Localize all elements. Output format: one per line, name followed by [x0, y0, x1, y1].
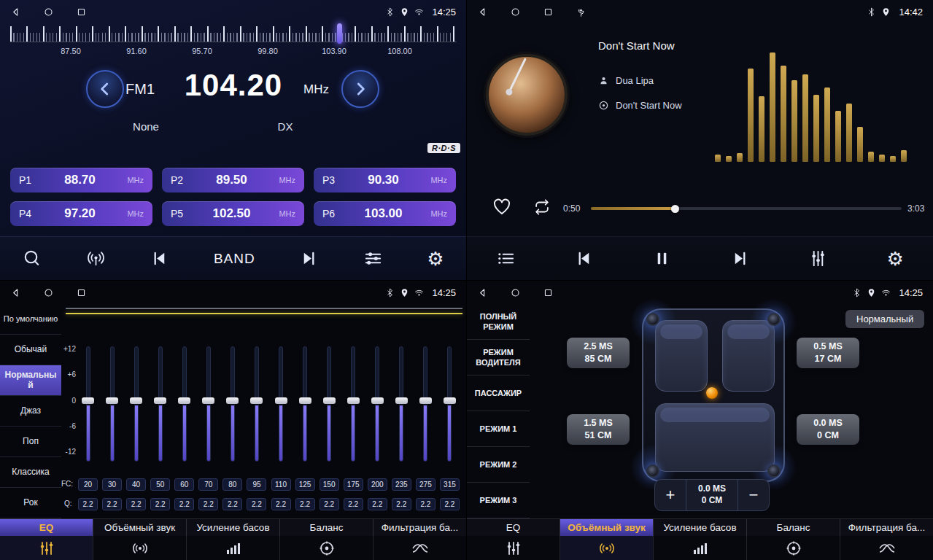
tab-balance[interactable]: Баланс — [747, 519, 840, 536]
eq-slider-track[interactable] — [327, 346, 331, 462]
previous-station-icon[interactable] — [150, 249, 169, 268]
eq-band-slider[interactable] — [126, 346, 146, 462]
eq-slider-handle[interactable] — [178, 397, 190, 404]
eq-slider-track[interactable] — [447, 346, 452, 462]
eq-preset-pop[interactable]: Поп — [0, 427, 61, 457]
repeat-icon[interactable] — [533, 198, 551, 219]
tune-up-button[interactable] — [341, 70, 379, 108]
preset-p2[interactable]: P2 89.50 MHz — [162, 168, 304, 192]
frequency-indicator[interactable] — [337, 23, 342, 44]
eq-slider-track[interactable] — [375, 346, 379, 462]
search-icon[interactable] — [22, 249, 42, 268]
favorite-heart-icon[interactable] — [492, 197, 512, 220]
tune-down-button[interactable] — [86, 70, 124, 108]
nav-back-button[interactable] — [477, 287, 488, 298]
mode-passenger[interactable]: ПАССАЖИР — [467, 376, 530, 411]
eq-band-slider[interactable] — [416, 346, 435, 462]
tab-surround[interactable]: Объёмный звук — [560, 519, 654, 536]
tab-surround[interactable]: Объёмный звук — [93, 519, 187, 536]
tab-balance[interactable]: Баланс — [280, 519, 373, 536]
eq-slider-handle[interactable] — [130, 397, 142, 404]
mode-full[interactable]: ПОЛНЫЙ РЕЖИМ — [467, 304, 530, 340]
eq-slider-track[interactable] — [351, 346, 355, 462]
eq-band-slider[interactable] — [320, 346, 339, 462]
eq-slider-track[interactable] — [206, 346, 211, 462]
previous-track-icon[interactable] — [574, 249, 594, 268]
eq-slider-handle[interactable] — [419, 397, 432, 404]
eq-slider-handle[interactable] — [154, 397, 166, 404]
eq-slider-handle[interactable] — [106, 397, 118, 404]
eq-preset-default[interactable]: По умолчанию — [0, 304, 61, 335]
nav-recents-button[interactable] — [543, 287, 554, 298]
eq-slider-handle[interactable] — [347, 397, 360, 404]
mode-3[interactable]: РЕЖИМ 3 — [467, 483, 530, 518]
frequency-ruler[interactable] — [10, 26, 457, 42]
eq-preset-jazz[interactable]: Джаз — [0, 396, 61, 427]
mode-1[interactable]: РЕЖИМ 1 — [467, 411, 530, 447]
eq-band-slider[interactable] — [440, 346, 460, 462]
eq-band-slider[interactable] — [295, 346, 315, 462]
progress-knob[interactable] — [671, 205, 679, 213]
eq-slider-track[interactable] — [303, 346, 307, 462]
nav-recents-button[interactable] — [76, 287, 87, 298]
decrease-delay-button[interactable]: − — [738, 480, 769, 510]
nav-home-button[interactable] — [43, 287, 54, 298]
filter-icon[interactable] — [840, 536, 933, 560]
tab-bass-boost[interactable]: Усиление басов — [187, 519, 280, 536]
eq-band-slider[interactable] — [174, 346, 194, 462]
eq-slider-track[interactable] — [134, 346, 139, 462]
nav-back-button[interactable] — [10, 287, 21, 298]
mode-driver[interactable]: РЕЖИМ ВОДИТЕЛЯ — [467, 340, 530, 376]
eq-band-slider[interactable] — [102, 346, 122, 462]
surround-sound-icon[interactable] — [560, 536, 654, 560]
preset-p5[interactable]: P5 102.50 MHz — [162, 201, 304, 226]
balance-icon[interactable] — [280, 536, 373, 560]
eq-preset-custom[interactable]: Обычай — [0, 335, 61, 365]
front-right-delay[interactable]: 0.5 MS 17 CM — [797, 338, 859, 368]
eq-band-slider[interactable] — [78, 346, 98, 462]
eq-slider-track[interactable] — [255, 346, 259, 462]
eq-band-slider[interactable] — [368, 346, 387, 462]
eq-preset-classic[interactable]: Классика — [0, 457, 61, 488]
broadcast-icon[interactable] — [86, 249, 106, 268]
nav-back-button[interactable] — [10, 7, 21, 18]
eq-band-slider[interactable] — [247, 346, 266, 462]
eq-band-slider[interactable] — [392, 346, 411, 462]
surround-sound-icon[interactable] — [93, 536, 187, 560]
eq-slider-track[interactable] — [110, 346, 115, 462]
profile-chip[interactable]: Нормальный — [845, 310, 924, 328]
eq-preset-normal[interactable]: Нормальный — [0, 365, 61, 396]
eq-sliders-icon[interactable] — [467, 536, 560, 560]
eq-slider-handle[interactable] — [299, 397, 311, 404]
eq-slider-handle[interactable] — [226, 397, 239, 404]
tab-eq[interactable]: EQ — [0, 519, 93, 536]
bass-boost-icon[interactable] — [654, 536, 747, 560]
tab-eq[interactable]: EQ — [467, 519, 560, 536]
equalizer-settings-icon[interactable] — [363, 249, 383, 268]
next-station-icon[interactable] — [299, 249, 319, 268]
eq-slider-handle[interactable] — [202, 397, 214, 404]
eq-slider-track[interactable] — [423, 346, 427, 462]
mixer-icon[interactable] — [808, 249, 828, 268]
nav-recents-button[interactable] — [543, 7, 554, 18]
next-track-icon[interactable] — [730, 249, 750, 268]
eq-band-slider[interactable] — [271, 346, 291, 462]
tab-bass-boost[interactable]: Усиление басов — [654, 519, 747, 536]
pause-icon[interactable] — [652, 249, 672, 268]
tab-filter[interactable]: Фильтрация ба... — [840, 519, 933, 536]
preset-p6[interactable]: P6 103.00 MHz — [314, 201, 456, 226]
nav-home-button[interactable] — [43, 7, 54, 18]
nav-home-button[interactable] — [510, 287, 521, 298]
eq-slider-track[interactable] — [86, 346, 90, 462]
nav-back-button[interactable] — [477, 7, 488, 18]
rear-right-delay[interactable]: 0.0 MS 0 CM — [797, 414, 859, 445]
eq-slider-handle[interactable] — [323, 397, 336, 404]
front-left-delay[interactable]: 2.5 MS 85 CM — [567, 338, 630, 368]
eq-slider-track[interactable] — [182, 346, 187, 462]
eq-band-slider[interactable] — [198, 346, 218, 462]
nav-recents-button[interactable] — [76, 7, 87, 18]
balance-icon[interactable] — [747, 536, 840, 560]
eq-band-slider[interactable] — [222, 346, 242, 462]
nav-home-button[interactable] — [510, 7, 521, 18]
increase-delay-button[interactable]: + — [655, 480, 686, 510]
